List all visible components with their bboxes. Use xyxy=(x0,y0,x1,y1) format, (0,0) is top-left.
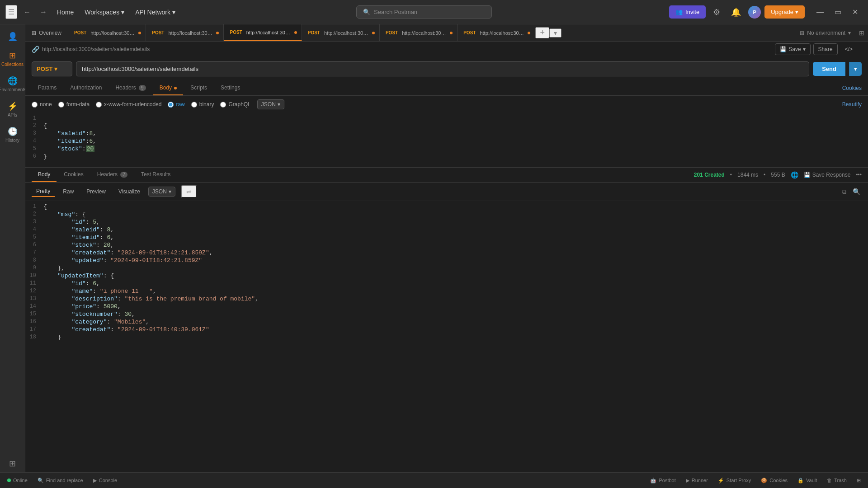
upgrade-button[interactable]: Upgrade ▾ xyxy=(764,5,805,19)
body-type-urlencoded[interactable]: x-www-form-urlencoded xyxy=(96,101,161,108)
sidebar-item-profile[interactable]: 👤 xyxy=(2,28,24,45)
settings-icon[interactable]: ⚙ xyxy=(709,5,724,19)
forward-button[interactable]: → xyxy=(37,6,50,18)
json-format-selector[interactable]: JSON ▾ xyxy=(257,99,284,109)
code-line: 4 "itemid":6, xyxy=(25,137,868,145)
code-line: 7 "createdat": "2024-09-01T18:42:21.859Z… xyxy=(25,249,868,257)
code-line: 5 "itemid": 6, xyxy=(25,234,868,241)
send-button[interactable]: Send xyxy=(813,62,845,76)
code-line: 3 "id": 5, xyxy=(25,218,868,226)
code-icon[interactable]: </> xyxy=(840,44,857,55)
format-tab-raw[interactable]: Raw xyxy=(58,187,78,197)
home-link[interactable]: Home xyxy=(53,7,77,18)
headers-badge: 9 xyxy=(139,85,146,91)
console-button[interactable]: ▶ Console xyxy=(90,478,120,483)
minimize-button[interactable]: — xyxy=(812,6,828,18)
share-button[interactable]: Share xyxy=(813,43,838,55)
cookies-button[interactable]: 🍪 Cookies xyxy=(758,478,790,483)
vault-button[interactable]: 🔒 Vault xyxy=(795,478,820,483)
req-tab-scripts[interactable]: Scripts xyxy=(184,81,213,95)
url-breadcrumb: 🔗 http://localhost:3000/saleitem/saleite… xyxy=(25,42,868,57)
sidebar-item-environments[interactable]: 🌐 Environments xyxy=(2,72,24,96)
response-status: 201 Created xyxy=(694,172,725,178)
req-tab-settings[interactable]: Settings xyxy=(214,81,246,95)
back-button[interactable]: ← xyxy=(21,6,33,18)
response-json-selector[interactable]: JSON ▾ xyxy=(148,187,175,197)
req-tab-authorization[interactable]: Authorization xyxy=(64,81,108,95)
invite-button[interactable]: 👥 Invite xyxy=(669,5,706,19)
req-tab-body[interactable]: Body xyxy=(153,81,184,95)
tab-6[interactable]: POST http://localhost:3000, xyxy=(458,24,535,41)
request-area: POST ▾ Send ▾ Params Authorization Heade… xyxy=(25,57,868,168)
resp-tab-test-results[interactable]: Test Results xyxy=(135,168,177,182)
tab-overview[interactable]: ⊞ Overview xyxy=(25,24,68,41)
tab-2[interactable]: POST http://localhost:3000, xyxy=(146,24,224,41)
runner-icon: ▶ xyxy=(686,478,689,483)
add-tab-button[interactable]: + xyxy=(535,27,549,38)
globe-icon[interactable]: 🌐 xyxy=(791,171,798,178)
sidebar-item-history[interactable]: 🕒 History xyxy=(2,123,24,146)
status-online[interactable]: Online xyxy=(5,478,30,483)
url-input[interactable] xyxy=(76,61,809,76)
start-proxy-button[interactable]: ⚡ Start Proxy xyxy=(715,478,754,483)
tab-1[interactable]: POST http://localhost:3000, xyxy=(68,24,146,41)
tab-dot xyxy=(138,32,141,34)
format-tab-preview[interactable]: Preview xyxy=(82,187,110,197)
find-replace-button[interactable]: 🔍 Find and replace xyxy=(35,478,86,483)
search-response-button[interactable]: 🔍 xyxy=(851,187,862,197)
request-body-editor[interactable]: 1 2 { 3 "saleid":8, 4 "itemid":6, 5 xyxy=(25,113,868,167)
avatar[interactable]: P xyxy=(748,6,761,19)
format-tab-visualize[interactable]: Visualize xyxy=(114,187,145,197)
close-button[interactable]: ✕ xyxy=(848,6,863,18)
beautify-link[interactable]: Beautify xyxy=(842,101,862,108)
postbot-button[interactable]: 🤖 Postbot xyxy=(647,478,678,483)
api-network-button[interactable]: API Network ▾ xyxy=(132,7,179,18)
grid-view-button[interactable]: ⊞ xyxy=(854,478,863,483)
workspaces-button[interactable]: Workspaces ▾ xyxy=(81,7,128,18)
req-tab-params[interactable]: Params xyxy=(32,81,63,95)
resp-tab-body[interactable]: Body xyxy=(32,168,57,182)
format-tab-pretty[interactable]: Pretty xyxy=(32,186,55,197)
save-response-button[interactable]: 💾 Save Response xyxy=(804,172,851,178)
notifications-icon[interactable]: 🔔 xyxy=(727,5,745,19)
response-more-button[interactable]: ••• xyxy=(856,172,862,178)
code-line: 14 "price": 5000, xyxy=(25,303,868,310)
menu-icon[interactable]: ☰ xyxy=(5,5,17,19)
maximize-button[interactable]: ▭ xyxy=(830,6,846,18)
tab-url: http://localhost:3000, xyxy=(90,30,136,36)
no-env-icon: ⊞ xyxy=(800,30,804,36)
resp-tab-cookies[interactable]: Cookies xyxy=(57,168,90,182)
req-tab-headers[interactable]: Headers 9 xyxy=(109,81,152,95)
method-select[interactable]: POST ▾ xyxy=(32,61,72,76)
cookies-link[interactable]: Cookies xyxy=(842,85,862,91)
sidebar-item-label: History xyxy=(5,138,19,143)
code-line: 3 "saleid":8, xyxy=(25,130,868,137)
sidebar-item-collections[interactable]: ⊞ Collections xyxy=(2,47,24,70)
expand-tabs-button[interactable]: ▾ xyxy=(549,28,561,38)
body-type-none[interactable]: none xyxy=(32,101,52,108)
sidebar-item-grid[interactable]: ⊞ xyxy=(2,455,24,472)
body-type-raw[interactable]: raw xyxy=(168,101,184,108)
body-type-form-data[interactable]: form-data xyxy=(58,101,90,108)
tab-grid-button[interactable]: ⊞ xyxy=(855,29,868,37)
runner-button[interactable]: ▶ Runner xyxy=(683,478,711,483)
trash-button[interactable]: 🗑 Trash xyxy=(824,478,849,483)
search-bar[interactable]: 🔍 Search Postman xyxy=(356,5,492,19)
tab-3-active[interactable]: POST http://localhost:3000, xyxy=(224,24,302,41)
tab-method: POST xyxy=(73,30,88,36)
save-button[interactable]: 💾 Save ▾ xyxy=(775,43,810,55)
response-size: 555 B xyxy=(771,172,785,178)
body-type-binary[interactable]: binary xyxy=(191,101,214,108)
online-dot xyxy=(7,479,11,482)
json-chevron-icon: ▾ xyxy=(169,188,171,195)
resp-tab-headers[interactable]: Headers 7 xyxy=(91,168,134,182)
tab-4[interactable]: POST http://localhost:3000, xyxy=(302,24,380,41)
main-area: 👤 ⊞ Collections 🌐 Environments ⚡ APIs 🕒 … xyxy=(0,24,868,472)
code-line: 1 xyxy=(25,115,868,122)
copy-response-button[interactable]: ⧉ xyxy=(840,187,848,197)
body-type-graphql[interactable]: GraphQL xyxy=(220,101,250,108)
tab-5[interactable]: POST http://localhost:3000, xyxy=(380,24,458,41)
sidebar-item-apis[interactable]: ⚡ APIs xyxy=(2,98,24,121)
wrap-lines-button[interactable]: ⇌ xyxy=(181,185,197,198)
send-arrow-button[interactable]: ▾ xyxy=(849,62,862,76)
